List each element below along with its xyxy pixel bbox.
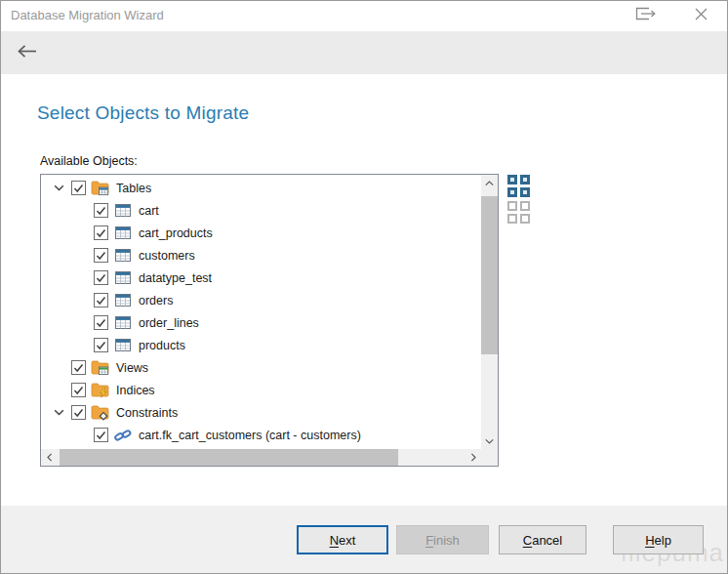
- link-icon: [113, 427, 132, 443]
- indices-folder-icon: [91, 382, 109, 398]
- table-icon: [113, 225, 132, 241]
- row-checkbox[interactable]: [71, 360, 86, 375]
- table-icon: [113, 269, 132, 286]
- tree-row[interactable]: cart.fk_cart_customers (cart - customers…: [41, 424, 481, 446]
- wizard-footer: filepuma NextFinishCancelHelp: [1, 506, 727, 573]
- available-objects-tree: Tablescartcart_productscustomersdatatype…: [40, 174, 499, 467]
- chevron-placeholder: [74, 226, 89, 240]
- finish-button: Finish: [396, 525, 489, 554]
- tree-row[interactable]: datatype_test: [41, 266, 481, 289]
- chevron-placeholder: [52, 360, 66, 375]
- chevron-placeholder: [74, 428, 89, 442]
- select-all-grid-icon: [507, 175, 517, 184]
- row-checkbox[interactable]: [71, 405, 86, 420]
- row-checkbox[interactable]: [94, 315, 108, 330]
- titlebar: Database Migration Wizard: [1, 1, 727, 31]
- row-checkbox[interactable]: [94, 226, 108, 240]
- chevron-down-icon[interactable]: [52, 405, 66, 420]
- views-folder-icon: [91, 359, 109, 376]
- tree-row[interactable]: products: [41, 334, 481, 356]
- chevron-placeholder: [74, 248, 89, 263]
- tree-row[interactable]: Tables: [41, 177, 481, 199]
- table-icon: [113, 202, 132, 219]
- tree-row-label: datatype_test: [139, 271, 212, 285]
- chevron-placeholder: [74, 270, 89, 285]
- wizard-page-content: Select Objects to Migrate Available Obje…: [1, 74, 727, 506]
- available-objects-label: Available Objects:: [40, 154, 138, 168]
- wizard-toolbar: [1, 31, 727, 74]
- horizontal-scrollbar[interactable]: [41, 449, 481, 466]
- scroll-up-button[interactable]: [481, 175, 498, 191]
- row-checkbox[interactable]: [71, 181, 86, 195]
- scrollbar-corner: [481, 449, 498, 466]
- horizontal-scroll-thumb[interactable]: [60, 449, 398, 466]
- undock-window-button[interactable]: [624, 1, 668, 30]
- tree-row[interactable]: Constraints: [41, 401, 481, 424]
- help-button[interactable]: Help: [613, 525, 704, 554]
- row-checkbox[interactable]: [94, 270, 108, 285]
- next-button[interactable]: Next: [297, 525, 388, 554]
- row-checkbox[interactable]: [94, 293, 108, 308]
- scroll-right-button[interactable]: [465, 449, 481, 466]
- tree-row-label: Constraints: [116, 406, 178, 420]
- tree-row-label: orders: [139, 294, 173, 308]
- tree-row[interactable]: cart_products: [41, 222, 481, 244]
- row-checkbox[interactable]: [71, 383, 86, 397]
- tree-row[interactable]: Indices: [41, 379, 481, 401]
- chevron-placeholder: [74, 338, 89, 352]
- deselect-all-grid-icon: [507, 201, 517, 211]
- row-checkbox[interactable]: [94, 203, 108, 218]
- select-all-button[interactable]: [507, 175, 530, 197]
- tree-row-label: Views: [116, 361, 148, 375]
- tree-row[interactable]: cart: [41, 199, 481, 222]
- tree-row-label: cart.fk_cart_customers (cart - customers…: [139, 429, 361, 442]
- tables-folder-icon: [91, 180, 109, 196]
- tree-row[interactable]: order_lines: [41, 311, 481, 334]
- cancel-button[interactable]: Cancel: [499, 525, 586, 554]
- row-checkbox[interactable]: [94, 428, 108, 442]
- tree-row-label: Indices: [116, 384, 155, 397]
- deselect-all-button[interactable]: [507, 201, 530, 224]
- row-checkbox[interactable]: [94, 338, 108, 352]
- window-title: Database Migration Wizard: [11, 1, 164, 30]
- vertical-scrollbar[interactable]: [481, 175, 498, 449]
- table-icon: [113, 337, 132, 353]
- close-button[interactable]: [678, 1, 723, 30]
- table-icon: [113, 247, 132, 264]
- tree-row-label: customers: [139, 249, 195, 263]
- undock-icon: [635, 7, 657, 24]
- chevron-placeholder: [52, 383, 66, 397]
- tree-side-buttons: [507, 175, 530, 227]
- vertical-scroll-thumb[interactable]: [481, 196, 498, 354]
- back-button[interactable]: [14, 39, 41, 66]
- scroll-down-button[interactable]: [481, 432, 498, 449]
- tree-row-label: Tables: [116, 182, 151, 195]
- row-checkbox[interactable]: [94, 248, 108, 263]
- table-icon: [113, 292, 132, 308]
- chevron-placeholder: [74, 315, 89, 330]
- tree-row[interactable]: orders: [41, 289, 481, 311]
- tree-row[interactable]: customers: [41, 244, 481, 266]
- table-icon: [113, 314, 132, 331]
- scroll-left-button[interactable]: [41, 449, 58, 466]
- database-migration-wizard-window: Database Migration Wizard Select Objects…: [0, 0, 728, 574]
- tree-row-label: products: [139, 339, 185, 352]
- tree-row-label: cart_products: [139, 226, 213, 240]
- tree-row-label: order_lines: [139, 316, 199, 330]
- tree-row-label: cart: [139, 204, 159, 218]
- tree-rows: Tablescartcart_productscustomersdatatype…: [41, 177, 481, 446]
- back-arrow-icon: [17, 44, 38, 62]
- chevron-placeholder: [74, 293, 89, 308]
- page-title: Select Objects to Migrate: [37, 102, 249, 124]
- tree-row[interactable]: Views: [41, 356, 481, 379]
- chevron-down-icon[interactable]: [52, 181, 66, 195]
- chevron-placeholder: [74, 203, 89, 218]
- close-icon: [695, 7, 708, 24]
- constraints-folder-icon: [91, 404, 109, 421]
